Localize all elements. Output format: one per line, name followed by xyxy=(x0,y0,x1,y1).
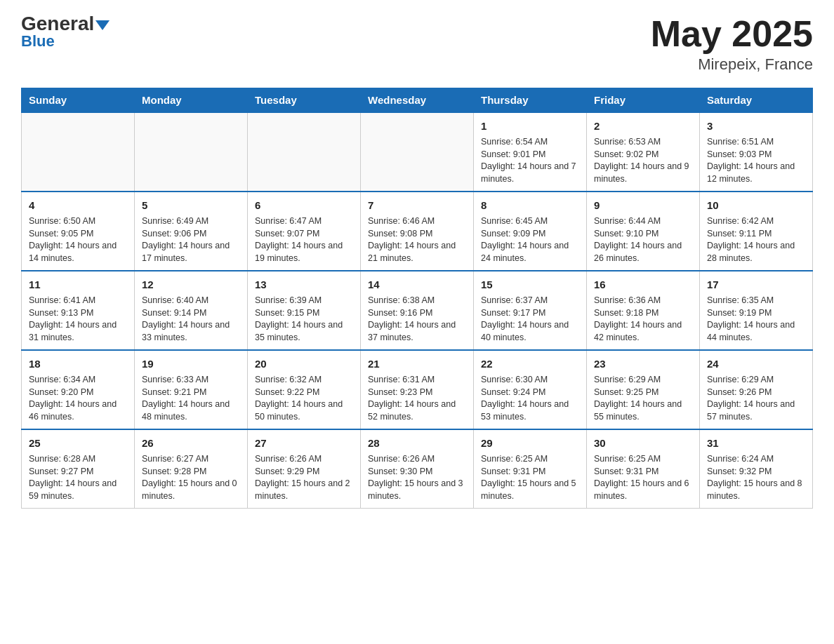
calendar-cell: 12Sunrise: 6:40 AM Sunset: 9:14 PM Dayli… xyxy=(135,271,248,350)
calendar-day-header: Sunday xyxy=(22,88,135,113)
day-info: Sunrise: 6:44 AM Sunset: 9:10 PM Dayligh… xyxy=(594,215,692,264)
week-row: 25Sunrise: 6:28 AM Sunset: 9:27 PM Dayli… xyxy=(22,429,813,509)
calendar-cell: 4Sunrise: 6:50 AM Sunset: 9:05 PM Daylig… xyxy=(22,192,135,271)
calendar-cell: 23Sunrise: 6:29 AM Sunset: 9:25 PM Dayli… xyxy=(587,350,700,429)
calendar-cell: 29Sunrise: 6:25 AM Sunset: 9:31 PM Dayli… xyxy=(474,429,587,509)
calendar-cell: 30Sunrise: 6:25 AM Sunset: 9:31 PM Dayli… xyxy=(587,429,700,509)
day-info: Sunrise: 6:53 AM Sunset: 9:02 PM Dayligh… xyxy=(594,136,692,185)
day-info: Sunrise: 6:29 AM Sunset: 9:25 PM Dayligh… xyxy=(594,374,692,423)
day-info: Sunrise: 6:29 AM Sunset: 9:26 PM Dayligh… xyxy=(707,374,805,423)
day-number: 12 xyxy=(142,277,240,292)
calendar-day-header: Tuesday xyxy=(248,88,361,113)
calendar-cell: 16Sunrise: 6:36 AM Sunset: 9:18 PM Dayli… xyxy=(587,271,700,350)
calendar-cell: 13Sunrise: 6:39 AM Sunset: 9:15 PM Dayli… xyxy=(248,271,361,350)
page-header: General Blue May 2025 Mirepeix, France xyxy=(21,14,813,74)
day-info: Sunrise: 6:40 AM Sunset: 9:14 PM Dayligh… xyxy=(142,295,240,344)
day-info: Sunrise: 6:28 AM Sunset: 9:27 PM Dayligh… xyxy=(29,453,127,502)
day-info: Sunrise: 6:35 AM Sunset: 9:19 PM Dayligh… xyxy=(707,295,805,344)
day-number: 6 xyxy=(255,198,353,213)
calendar-cell: 6Sunrise: 6:47 AM Sunset: 9:07 PM Daylig… xyxy=(248,192,361,271)
day-info: Sunrise: 6:31 AM Sunset: 9:23 PM Dayligh… xyxy=(368,374,466,423)
calendar-cell: 14Sunrise: 6:38 AM Sunset: 9:16 PM Dayli… xyxy=(361,271,474,350)
day-info: Sunrise: 6:26 AM Sunset: 9:29 PM Dayligh… xyxy=(255,453,353,502)
calendar-cell: 31Sunrise: 6:24 AM Sunset: 9:32 PM Dayli… xyxy=(700,429,813,509)
calendar-cell: 18Sunrise: 6:34 AM Sunset: 9:20 PM Dayli… xyxy=(22,350,135,429)
day-info: Sunrise: 6:41 AM Sunset: 9:13 PM Dayligh… xyxy=(29,295,127,344)
day-number: 28 xyxy=(368,436,466,450)
day-number: 10 xyxy=(707,198,805,213)
day-number: 29 xyxy=(481,436,579,450)
calendar-day-header: Friday xyxy=(587,88,700,113)
calendar-cell: 15Sunrise: 6:37 AM Sunset: 9:17 PM Dayli… xyxy=(474,271,587,350)
day-info: Sunrise: 6:30 AM Sunset: 9:24 PM Dayligh… xyxy=(481,374,579,423)
day-number: 20 xyxy=(255,356,353,371)
day-number: 23 xyxy=(594,356,692,371)
week-row: 4Sunrise: 6:50 AM Sunset: 9:05 PM Daylig… xyxy=(22,192,813,271)
logo-main: General xyxy=(21,14,110,34)
calendar-cell xyxy=(248,112,361,192)
calendar-cell: 26Sunrise: 6:27 AM Sunset: 9:28 PM Dayli… xyxy=(135,429,248,509)
day-info: Sunrise: 6:34 AM Sunset: 9:20 PM Dayligh… xyxy=(29,374,127,423)
location-subtitle: Mirepeix, France xyxy=(651,55,813,74)
day-info: Sunrise: 6:38 AM Sunset: 9:16 PM Dayligh… xyxy=(368,295,466,344)
day-number: 1 xyxy=(481,119,579,133)
calendar-cell: 2Sunrise: 6:53 AM Sunset: 9:02 PM Daylig… xyxy=(587,112,700,192)
day-number: 16 xyxy=(594,277,692,292)
day-info: Sunrise: 6:37 AM Sunset: 9:17 PM Dayligh… xyxy=(481,295,579,344)
day-info: Sunrise: 6:46 AM Sunset: 9:08 PM Dayligh… xyxy=(368,215,466,264)
day-info: Sunrise: 6:45 AM Sunset: 9:09 PM Dayligh… xyxy=(481,215,579,264)
calendar-cell: 10Sunrise: 6:42 AM Sunset: 9:11 PM Dayli… xyxy=(700,192,813,271)
week-row: 18Sunrise: 6:34 AM Sunset: 9:20 PM Dayli… xyxy=(22,350,813,429)
day-number: 8 xyxy=(481,198,579,213)
day-number: 21 xyxy=(368,356,466,371)
calendar-table: SundayMondayTuesdayWednesdayThursdayFrid… xyxy=(21,88,813,509)
day-number: 25 xyxy=(29,436,127,450)
day-info: Sunrise: 6:49 AM Sunset: 9:06 PM Dayligh… xyxy=(142,215,240,264)
day-info: Sunrise: 6:47 AM Sunset: 9:07 PM Dayligh… xyxy=(255,215,353,264)
day-info: Sunrise: 6:33 AM Sunset: 9:21 PM Dayligh… xyxy=(142,374,240,423)
calendar-cell: 28Sunrise: 6:26 AM Sunset: 9:30 PM Dayli… xyxy=(361,429,474,509)
day-info: Sunrise: 6:50 AM Sunset: 9:05 PM Dayligh… xyxy=(29,215,127,264)
day-info: Sunrise: 6:26 AM Sunset: 9:30 PM Dayligh… xyxy=(368,453,466,502)
calendar-day-header: Saturday xyxy=(700,88,813,113)
day-number: 9 xyxy=(594,198,692,213)
calendar-cell: 22Sunrise: 6:30 AM Sunset: 9:24 PM Dayli… xyxy=(474,350,587,429)
day-number: 5 xyxy=(142,198,240,213)
calendar-cell: 11Sunrise: 6:41 AM Sunset: 9:13 PM Dayli… xyxy=(22,271,135,350)
calendar-cell xyxy=(361,112,474,192)
calendar-cell: 24Sunrise: 6:29 AM Sunset: 9:26 PM Dayli… xyxy=(700,350,813,429)
calendar-cell: 25Sunrise: 6:28 AM Sunset: 9:27 PM Dayli… xyxy=(22,429,135,509)
day-number: 14 xyxy=(368,277,466,292)
day-info: Sunrise: 6:42 AM Sunset: 9:11 PM Dayligh… xyxy=(707,215,805,264)
calendar-cell: 5Sunrise: 6:49 AM Sunset: 9:06 PM Daylig… xyxy=(135,192,248,271)
day-info: Sunrise: 6:24 AM Sunset: 9:32 PM Dayligh… xyxy=(707,453,805,502)
day-number: 24 xyxy=(707,356,805,371)
calendar-header-row: SundayMondayTuesdayWednesdayThursdayFrid… xyxy=(22,88,813,113)
calendar-cell: 8Sunrise: 6:45 AM Sunset: 9:09 PM Daylig… xyxy=(474,192,587,271)
day-number: 7 xyxy=(368,198,466,213)
day-number: 3 xyxy=(707,119,805,133)
day-info: Sunrise: 6:32 AM Sunset: 9:22 PM Dayligh… xyxy=(255,374,353,423)
calendar-cell xyxy=(135,112,248,192)
logo-triangle-icon xyxy=(95,20,110,30)
day-number: 4 xyxy=(29,198,127,213)
day-number: 22 xyxy=(481,356,579,371)
day-info: Sunrise: 6:25 AM Sunset: 9:31 PM Dayligh… xyxy=(594,453,692,502)
day-info: Sunrise: 6:27 AM Sunset: 9:28 PM Dayligh… xyxy=(142,453,240,502)
logo-sub: Blue xyxy=(21,32,55,51)
day-number: 18 xyxy=(29,356,127,371)
calendar-cell: 9Sunrise: 6:44 AM Sunset: 9:10 PM Daylig… xyxy=(587,192,700,271)
calendar-cell xyxy=(22,112,135,192)
day-number: 19 xyxy=(142,356,240,371)
day-number: 13 xyxy=(255,277,353,292)
calendar-cell: 1Sunrise: 6:54 AM Sunset: 9:01 PM Daylig… xyxy=(474,112,587,192)
week-row: 1Sunrise: 6:54 AM Sunset: 9:01 PM Daylig… xyxy=(22,112,813,192)
day-number: 11 xyxy=(29,277,127,292)
calendar-day-header: Wednesday xyxy=(361,88,474,113)
logo: General Blue xyxy=(21,14,110,51)
calendar-cell: 17Sunrise: 6:35 AM Sunset: 9:19 PM Dayli… xyxy=(700,271,813,350)
day-number: 31 xyxy=(707,436,805,450)
day-info: Sunrise: 6:51 AM Sunset: 9:03 PM Dayligh… xyxy=(707,136,805,185)
calendar-day-header: Thursday xyxy=(474,88,587,113)
title-area: May 2025 Mirepeix, France xyxy=(651,14,813,74)
